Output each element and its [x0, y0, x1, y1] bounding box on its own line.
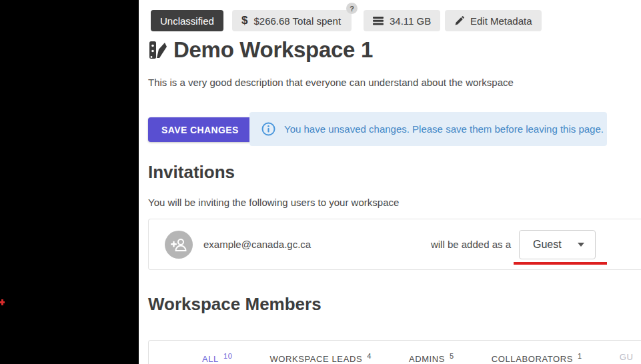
role-dropdown-value: Guest: [533, 239, 562, 251]
red-cursor-marker: [0, 299, 5, 305]
total-spent-badge: $ $266.68 Total spent: [232, 10, 352, 31]
tab-workspace-leads-count: 4: [367, 352, 372, 360]
storage-label: 34.11 GB: [390, 15, 431, 27]
workspace-icon: [148, 39, 167, 61]
tab-guests-truncated[interactable]: GU: [620, 352, 634, 362]
tab-admins[interactable]: ADMINS5: [409, 352, 454, 364]
invitee-email: example@canada.gc.ca: [203, 239, 311, 250]
tab-all[interactable]: ALL10: [202, 352, 232, 364]
storage-icon: [373, 16, 384, 25]
tab-admins-count: 5: [450, 352, 454, 360]
tab-workspace-leads[interactable]: WORKSPACE LEADS4: [269, 352, 372, 364]
role-prefix-text: will be added as a: [431, 239, 511, 250]
avatar: [165, 231, 193, 259]
info-icon: [261, 122, 275, 136]
members-tab-bar: ALL10 WORKSPACE LEADS4 ADMINS5 COLLABORA…: [202, 352, 633, 364]
tab-all-count: 10: [223, 352, 232, 360]
invitations-subtext: You will be inviting the following users…: [148, 197, 399, 208]
classification-label: Unclassified: [160, 15, 214, 27]
edit-metadata-button[interactable]: Edit Metadata: [445, 10, 542, 31]
dollar-icon: $: [241, 14, 247, 27]
person-add-icon: [170, 237, 187, 252]
chevron-down-icon: [578, 243, 584, 247]
total-spent-label: $266.68 Total spent: [253, 15, 341, 27]
tab-collaborators-count: 1: [578, 352, 582, 360]
save-changes-button[interactable]: SAVE CHANGES: [148, 117, 252, 142]
workspace-title-row: Demo Workspace 1: [148, 37, 373, 63]
invitations-heading: Invitations: [148, 162, 235, 183]
unsaved-changes-text: You have unsaved changes. Please save th…: [284, 123, 604, 135]
role-dropdown[interactable]: Guest: [519, 230, 596, 259]
tab-collaborators[interactable]: COLLABORATORS1: [492, 352, 582, 364]
unsaved-changes-alert: You have unsaved changes. Please save th…: [249, 112, 607, 146]
edit-metadata-label: Edit Metadata: [470, 15, 532, 27]
page-title: Demo Workspace 1: [173, 37, 373, 63]
members-card: ALL10 WORKSPACE LEADS4 ADMINS5 COLLABORA…: [148, 340, 641, 364]
red-annotation-underline: [514, 262, 607, 265]
role-group: will be added as a Guest: [431, 230, 596, 259]
storage-badge: 34.11 GB: [364, 10, 440, 31]
members-heading: Workspace Members: [148, 294, 322, 315]
workspace-description: This is a very good description that eve…: [148, 77, 514, 88]
classification-badge: Unclassified: [151, 10, 223, 31]
help-icon[interactable]: ?: [346, 3, 358, 14]
left-black-panel: [0, 0, 139, 364]
pencil-icon: [454, 16, 464, 26]
